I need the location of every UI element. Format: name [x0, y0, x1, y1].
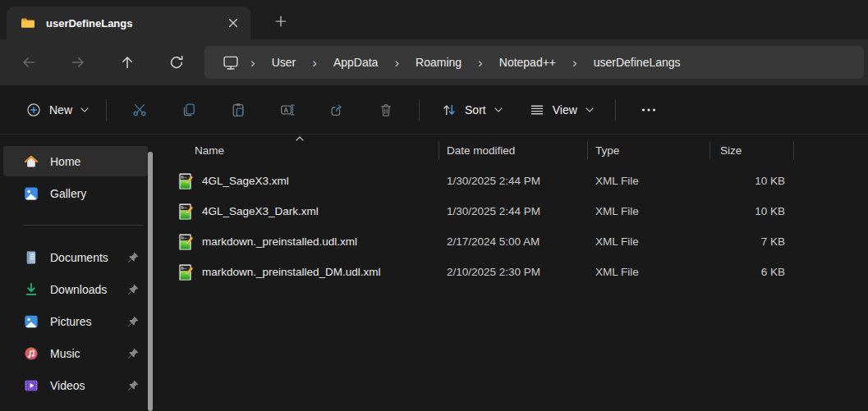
file-type: XML File — [588, 205, 710, 217]
folder-icon — [20, 15, 36, 31]
chevron-right-icon: › — [388, 56, 405, 70]
chevron-right-icon: › — [245, 56, 261, 70]
file-list: 4GL_SageX3.xml 1/30/2025 2:44 PM XML Fil… — [160, 166, 868, 287]
gallery-icon — [23, 185, 39, 202]
file-type: XML File — [588, 266, 710, 278]
file-date-modified: 1/30/2025 2:44 PM — [439, 175, 588, 187]
sidebar-item-music[interactable]: Music — [3, 338, 148, 368]
chevron-right-icon: › — [306, 56, 323, 70]
xml-file-icon — [177, 203, 194, 221]
sidebar-item-label: Documents — [50, 251, 126, 264]
sidebar-item-label: Music — [50, 347, 126, 360]
toolbar-separator — [419, 99, 420, 121]
sidebar-item-label: Downloads — [50, 283, 126, 296]
column-header-type[interactable]: Type — [588, 135, 710, 166]
sidebar-item-label: Pictures — [50, 315, 126, 328]
downloads-icon — [23, 281, 39, 298]
breadcrumb-item-user[interactable]: User — [261, 52, 307, 73]
chevron-right-icon: › — [567, 56, 583, 70]
file-row-markdown-preinstalled-dm-udl-xml[interactable]: markdown._preinstalled_DM.udl.xml 2/10/2… — [160, 257, 868, 287]
breadcrumb-item-appdata[interactable]: AppData — [323, 52, 388, 73]
sidebar-item-label: Home — [50, 155, 140, 168]
breadcrumb: › User › AppData › Roaming › Notepad++ ›… — [245, 52, 691, 73]
breadcrumb-item-notepad[interactable]: Notepad++ — [489, 52, 567, 73]
sidebar-item-downloads[interactable]: Downloads — [3, 274, 148, 304]
sort-button[interactable]: Sort — [431, 96, 512, 124]
file-date-modified: 1/30/2025 2:44 PM — [439, 205, 588, 217]
file-list-pane: Name Date modified Type Size 4GL_SageX3.… — [160, 135, 868, 411]
address-bar[interactable]: › User › AppData › Roaming › Notepad++ ›… — [204, 46, 864, 79]
sidebar-item-label: Videos — [50, 379, 126, 392]
navigation-pane: Home Gallery Documents Downlo — [0, 135, 160, 411]
chevron-down-icon — [586, 107, 594, 112]
rename-icon[interactable] — [271, 95, 304, 125]
refresh-icon[interactable] — [160, 46, 193, 79]
new-button[interactable]: New — [16, 96, 98, 124]
sort-button-label: Sort — [465, 103, 486, 116]
file-name: markdown._preinstalled_DM.udl.xml — [202, 266, 381, 278]
pin-icon — [126, 347, 140, 360]
pictures-icon — [23, 313, 39, 330]
file-row-4gl-sagex3-dark-xml[interactable]: 4GL_SageX3_Dark.xml 1/30/2025 2:44 PM XM… — [160, 196, 868, 226]
share-icon[interactable] — [320, 95, 353, 125]
new-tab-button[interactable] — [269, 9, 293, 34]
up-icon[interactable] — [111, 46, 144, 79]
toolbar-separator — [106, 99, 107, 121]
column-header-size[interactable]: Size — [710, 135, 794, 166]
home-icon — [23, 153, 39, 170]
breadcrumb-item-roaming[interactable]: Roaming — [405, 52, 472, 73]
titlebar[interactable]: userDefineLangs — [0, 0, 868, 39]
breadcrumb-item-userdefinelangs[interactable]: userDefineLangs — [583, 52, 691, 73]
toolbar-separator — [615, 99, 616, 121]
videos-icon — [23, 377, 39, 394]
file-row-markdown-preinstalled-udl-xml[interactable]: markdown._preinstalled.udl.xml 2/17/2024… — [160, 226, 868, 257]
file-type: XML File — [588, 175, 710, 187]
copy-icon[interactable] — [172, 95, 205, 125]
navigation-bar: › User › AppData › Roaming › Notepad++ ›… — [0, 39, 868, 85]
column-header-name[interactable]: Name — [160, 135, 439, 166]
sort-arrows-icon — [441, 102, 457, 118]
sidebar-item-videos[interactable]: Videos — [3, 370, 148, 400]
music-icon — [23, 345, 39, 362]
file-name: 4GL_SageX3.xml — [202, 175, 289, 187]
sidebar-item-pictures[interactable]: Pictures — [3, 306, 148, 336]
view-lines-icon — [529, 102, 545, 118]
pin-icon — [126, 251, 140, 264]
view-button-label: View — [553, 103, 577, 116]
chevron-down-icon — [494, 107, 503, 112]
delete-icon[interactable] — [370, 95, 402, 125]
new-button-label: New — [49, 103, 72, 116]
this-pc-icon[interactable] — [217, 49, 245, 75]
paste-icon[interactable] — [222, 95, 255, 125]
forward-icon[interactable] — [62, 46, 94, 79]
main-area: Home Gallery Documents Downlo — [0, 135, 868, 411]
tab-title: userDefineLangs — [46, 17, 223, 30]
file-size: 10 KB — [710, 205, 794, 217]
view-button[interactable]: View — [519, 96, 604, 124]
xml-file-icon — [177, 263, 194, 281]
file-size: 10 KB — [710, 175, 794, 187]
sidebar-item-home[interactable]: Home — [3, 146, 148, 176]
file-row-4gl-sagex3-xml[interactable]: 4GL_SageX3.xml 1/30/2025 2:44 PM XML Fil… — [160, 166, 868, 196]
sidebar-scrollbar[interactable] — [148, 152, 153, 411]
more-options-icon[interactable] — [632, 95, 665, 125]
file-size: 7 KB — [710, 235, 794, 248]
explorer-tab[interactable]: userDefineLangs — [7, 7, 250, 39]
file-name: markdown._preinstalled.udl.xml — [202, 235, 357, 248]
pin-icon — [126, 315, 140, 328]
sidebar-divider — [23, 225, 144, 226]
file-date-modified: 2/10/2025 2:30 PM — [439, 266, 588, 278]
xml-file-icon — [177, 233, 194, 251]
plus-circle-icon — [25, 102, 42, 118]
file-name: 4GL_SageX3_Dark.xml — [202, 205, 319, 217]
pin-icon — [126, 379, 140, 392]
cut-icon[interactable] — [123, 95, 156, 125]
sidebar-items: Home Gallery Documents Downlo — [0, 146, 160, 400]
column-header-date-modified[interactable]: Date modified — [439, 135, 588, 166]
file-date-modified: 2/17/2024 5:00 AM — [439, 235, 588, 248]
xml-file-icon — [177, 172, 194, 190]
close-tab-icon[interactable] — [223, 12, 244, 34]
sidebar-item-gallery[interactable]: Gallery — [3, 178, 148, 208]
sidebar-item-documents[interactable]: Documents — [3, 242, 148, 272]
back-icon[interactable] — [12, 46, 45, 79]
